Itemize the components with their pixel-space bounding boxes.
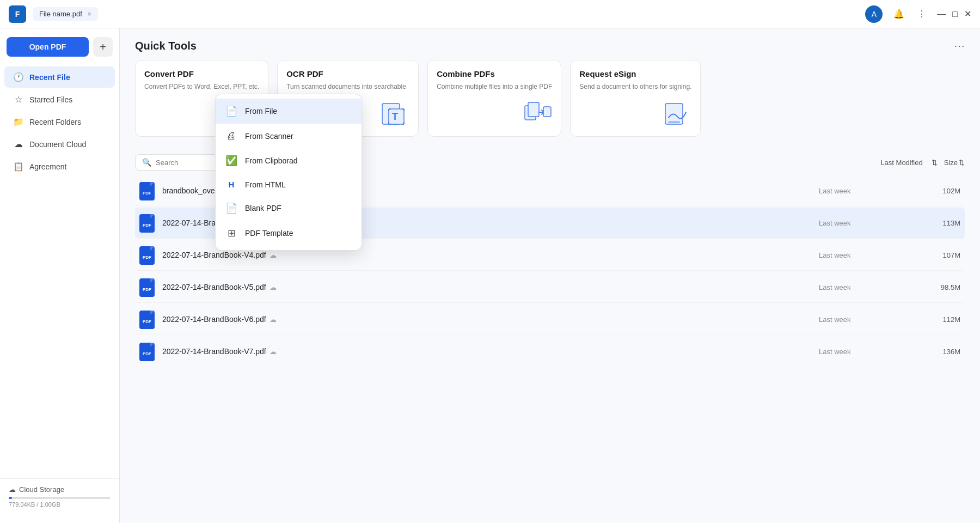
size-sort: Size ⇅ (944, 159, 965, 167)
file-icon-pdf: PDF (139, 278, 157, 296)
sidebar-item-recent-file[interactable]: 🕐 Recent File (4, 66, 115, 88)
file-icon-pdf: PDF (139, 311, 157, 328)
quick-tools-title: Quick Tools (135, 40, 197, 52)
pdf-template-icon: ⊞ (225, 227, 237, 239)
content-area: Quick Tools ⋯ Convert PDF Convert PDFs t… (120, 28, 980, 523)
file-icon-pdf: PDF (139, 246, 157, 264)
dropdown-item-from-file[interactable]: 📄 From File (216, 99, 362, 124)
cloud-sync-icon: ☁ (270, 315, 277, 324)
open-pdf-button[interactable]: Open PDF (7, 37, 89, 57)
file-size: 107M (917, 251, 960, 259)
svg-rect-16 (528, 102, 539, 117)
quick-tools-more-button[interactable]: ⋯ (954, 39, 965, 52)
recent-file-icon: 🕐 (13, 72, 24, 82)
search-icon: 🔍 (142, 158, 151, 167)
ocr-pdf-icon: T (381, 101, 409, 127)
file-size: 113M (917, 219, 960, 227)
storage-usage: 779.04KB / 1.00GB (9, 501, 111, 508)
table-row[interactable]: PDF 2022-07-14-BrandBook-V7.pdf ☁ Last w… (135, 336, 965, 367)
dropdown-item-label: From HTML (245, 180, 286, 189)
file-size: 112M (917, 315, 960, 324)
cloud-sync-icon: ☁ (270, 251, 277, 259)
dropdown-item-label: PDF Template (245, 229, 293, 238)
file-date: Last week (819, 348, 917, 356)
file-name: 2022-07-14-BrandBook-V7.pdf ☁ (162, 347, 819, 356)
sidebar-item-label: Recent Folders (29, 118, 81, 126)
from-scanner-icon: 🖨 (225, 130, 237, 142)
close-button[interactable]: ✕ (964, 9, 971, 19)
file-icon-pdf: PDF (139, 343, 157, 360)
tool-name: Convert PDF (144, 69, 259, 78)
file-tab[interactable]: File name.pdf × (33, 7, 98, 21)
sidebar-item-label: Recent File (29, 73, 70, 82)
sidebar-item-label: Starred Files (29, 95, 72, 104)
sidebar: Open PDF + 🕐 Recent File ☆ Starred Files… (0, 28, 120, 523)
file-name: 2022-07-14-BrandBook-V6.pdf ☁ (162, 315, 819, 324)
sidebar-nav: 🕐 Recent File ☆ Starred Files 📁 Recent F… (0, 65, 119, 478)
avatar[interactable]: A (865, 5, 883, 23)
dropdown-item-label: From File (245, 107, 277, 115)
table-row[interactable]: PDF 2022-07-14-BrandBook-V6.pdf ☁ Last w… (135, 304, 965, 335)
tool-request-esign[interactable]: Request eSign Send a document to others … (570, 60, 701, 137)
file-date: Last week (819, 219, 917, 227)
sidebar-item-label: Document Cloud (29, 140, 86, 149)
sidebar-top: Open PDF + (0, 37, 119, 57)
minimize-button[interactable]: — (937, 9, 946, 19)
sort-direction-button[interactable]: ⇅ (932, 159, 938, 167)
dropdown-item-pdf-template[interactable]: ⊞ PDF Template (216, 221, 362, 246)
window-controls: — □ ✕ (937, 9, 971, 19)
agreement-icon: 📋 (13, 161, 24, 172)
svg-text:T: T (392, 111, 398, 122)
storage-bar (9, 497, 111, 499)
file-tab-name: File name.pdf (39, 10, 82, 18)
tool-desc: Convert PDFs to Word, Excel, PPT, etc. (144, 82, 259, 92)
file-name: 2022-07-14-BrandBook-V4.pdf ☁ (162, 251, 819, 259)
file-date: Last week (819, 315, 917, 324)
titlebar-left: F File name.pdf × (9, 5, 98, 23)
close-tab-icon[interactable]: × (88, 10, 91, 18)
sidebar-item-agreement[interactable]: 📋 Agreement (4, 156, 115, 177)
cloud-sync-icon: ☁ (270, 348, 277, 356)
more-options-button[interactable]: ⋮ (915, 7, 928, 21)
file-date: Last week (819, 187, 917, 195)
file-date: Last week (819, 283, 917, 291)
sidebar-item-label: Agreement (29, 162, 66, 171)
sidebar-bottom: ☁ Cloud Storage 779.04KB / 1.00GB (0, 478, 119, 514)
titlebar-right: A 🔔 ⋮ — □ ✕ (865, 5, 971, 23)
cloud-icon: ☁ (9, 485, 16, 494)
file-size: 136M (917, 348, 960, 356)
cloud-sync-icon: ☁ (270, 283, 277, 291)
storage-fill (9, 497, 12, 499)
maximize-button[interactable]: □ (952, 9, 958, 19)
file-icon-pdf: PDF (139, 182, 157, 199)
blank-pdf-icon: 📄 (225, 202, 237, 214)
dropdown-item-from-scanner[interactable]: 🖨 From Scanner (216, 124, 362, 148)
tool-name: Request eSign (579, 69, 691, 78)
cloud-storage-label: ☁ Cloud Storage (9, 485, 111, 494)
file-size: 102M (917, 187, 960, 195)
dropdown-item-blank-pdf[interactable]: 📄 Blank PDF (216, 196, 362, 221)
dropdown-menu: 📄 From File 🖨 From Scanner ✅ From Clipbo… (215, 94, 362, 251)
main-layout: Open PDF + 🕐 Recent File ☆ Starred Files… (0, 28, 980, 523)
quick-tools-header: Quick Tools ⋯ (120, 28, 980, 60)
combine-pdfs-icon (524, 101, 552, 127)
add-new-button[interactable]: + (93, 37, 113, 57)
file-size: 98.5M (917, 283, 960, 291)
from-clipboard-icon: ✅ (225, 155, 237, 167)
from-html-icon: H (225, 180, 237, 189)
tool-combine-pdfs[interactable]: Combine PDFs Combine multiple files into… (427, 60, 561, 137)
sidebar-item-recent-folders[interactable]: 📁 Recent Folders (4, 111, 115, 132)
table-row[interactable]: PDF 2022-07-14-BrandBook-V5.pdf ☁ Last w… (135, 272, 965, 303)
titlebar: F File name.pdf × A 🔔 ⋮ — □ ✕ (0, 0, 980, 28)
sidebar-item-starred-files[interactable]: ☆ Starred Files (4, 89, 115, 110)
app-icon: F (9, 5, 26, 23)
from-file-icon: 📄 (225, 105, 237, 117)
tool-desc: Combine multiple files into a single PDF (437, 82, 552, 92)
request-esign-icon (663, 101, 691, 127)
dropdown-item-from-clipboard[interactable]: ✅ From Clipborad (216, 148, 362, 173)
dropdown-item-from-html[interactable]: H From HTML (216, 173, 362, 196)
dropdown-item-label: From Clipborad (245, 156, 297, 165)
notification-button[interactable]: 🔔 (891, 7, 906, 21)
tool-desc: Send a document to others for signing. (579, 82, 691, 92)
sidebar-item-document-cloud[interactable]: ☁ Document Cloud (4, 133, 115, 155)
